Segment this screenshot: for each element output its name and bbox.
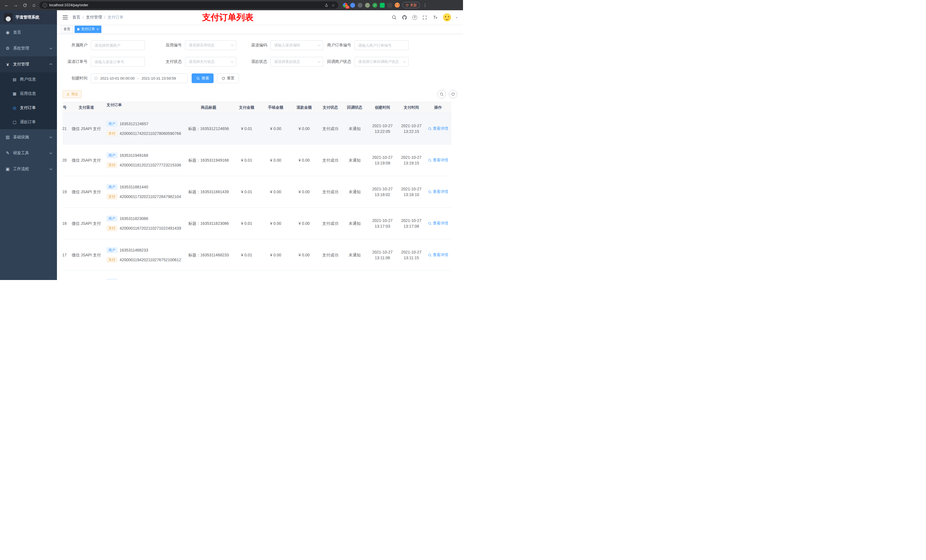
col-header-status: 支付状态 xyxy=(318,102,342,113)
pay-tag: 支付 xyxy=(106,225,117,231)
app-id-select[interactable]: 请选择应用信息 xyxy=(185,41,236,50)
pay-amount-cell: ¥ 0.01 xyxy=(232,145,262,176)
sidebar-item-system[interactable]: ⚙ 系统管理 xyxy=(0,41,57,56)
url-text: localhost:1024/pay/order xyxy=(49,3,88,7)
site-info-icon[interactable]: i xyxy=(43,3,47,8)
close-tab-icon[interactable]: × xyxy=(97,27,99,31)
extension-icon[interactable] xyxy=(350,3,355,8)
browser-home-icon[interactable]: ⌂ xyxy=(30,2,38,9)
col-header-pay-time: 支付时间 xyxy=(398,102,425,113)
sidebar-item-dev-tools[interactable]: ✎ 研发工具 xyxy=(0,145,57,161)
merchant-tag: 商户 xyxy=(106,184,117,190)
pay-time-cell: 2021-10-2713:19:15 xyxy=(398,145,425,176)
browser-profile-avatar[interactable] xyxy=(395,3,400,8)
date-end: 2021-10-31 23:59:59 xyxy=(142,76,176,80)
view-detail-link[interactable]: 查看详情 xyxy=(428,189,448,195)
breadcrumb-home[interactable]: 首页 xyxy=(72,15,80,20)
filter-label: 商户订单编号 xyxy=(323,43,354,48)
view-detail-link[interactable]: 查看详情 xyxy=(428,220,448,226)
browser-menu-icon[interactable]: ⋮ xyxy=(422,3,428,8)
bookmark-star-icon[interactable]: ☆ xyxy=(332,3,335,8)
sidebar-item-pay-order[interactable]: ◎ 支付订单 xyxy=(0,101,57,115)
extension-icon[interactable]: ✓ xyxy=(372,3,377,8)
search-toggle-button[interactable] xyxy=(437,90,446,98)
sidebar-item-home[interactable]: ◉ 首页 xyxy=(0,24,57,41)
top-header: 首页 / 支付管理 / 支付订单 支付订单列表 ? xyxy=(57,10,463,24)
channel-order-no-input[interactable] xyxy=(91,57,145,66)
active-dot-icon xyxy=(77,28,79,30)
channel-code-select[interactable]: 请输入渠道编码 xyxy=(271,41,323,50)
app-logo: 芋道管理系统 xyxy=(0,10,57,24)
sidebar-item-refund-order[interactable]: ▢ 退款订单 xyxy=(0,115,57,129)
collapse-menu-icon[interactable] xyxy=(63,15,68,20)
sidebar-item-payment[interactable]: ¥ 支付管理 xyxy=(0,56,57,72)
chevron-down-icon xyxy=(231,60,234,63)
share-icon[interactable] xyxy=(325,3,328,7)
extension-icon[interactable]: 10 xyxy=(343,3,348,8)
font-size-icon[interactable] xyxy=(433,15,438,20)
merchant-filter-input[interactable] xyxy=(91,41,145,50)
filter-label: 支付状态 xyxy=(145,59,185,64)
view-icon xyxy=(428,158,432,162)
github-icon[interactable] xyxy=(402,15,407,20)
tools-icon: ✎ xyxy=(5,151,10,155)
action-cell: 查看详情 xyxy=(425,176,451,207)
tabs-bar: 首页 支付订单 × xyxy=(57,24,463,34)
refund-status-select[interactable]: 请选择退款状态 xyxy=(271,57,323,66)
search-button[interactable]: 搜索 xyxy=(192,73,213,83)
avatar-caret-icon[interactable]: ▾ xyxy=(456,16,457,19)
pay-order-cell: 商户 1635311823086 支付 42000011672021102710… xyxy=(104,208,185,239)
extension-icon[interactable] xyxy=(380,3,385,8)
refund-amount-cell: ¥ 0.00 xyxy=(290,239,318,270)
sidebar-item-workflow[interactable]: ▣ 工作流程 xyxy=(0,161,57,177)
view-icon xyxy=(428,190,432,194)
user-avatar[interactable] xyxy=(443,14,451,21)
fullscreen-icon[interactable] xyxy=(422,15,428,20)
browser-extensions-area: 10 ✓ 更新 ⋮ xyxy=(343,2,428,8)
export-button[interactable]: 导出 xyxy=(63,90,82,98)
tab-pay-order[interactable]: 支付订单 × xyxy=(75,26,101,33)
pay-status-cell: 支付成功 xyxy=(318,176,342,207)
sidebar-item-infrastructure[interactable]: ▥ 基础设施 xyxy=(0,129,57,145)
pay-amount-cell: ¥ 0.01 xyxy=(232,239,262,270)
pay-order-cell: 商户 1635311949168 支付 42000011812021102777… xyxy=(104,145,185,176)
notify-status-cell xyxy=(342,271,367,280)
view-detail-link[interactable]: 查看详情 xyxy=(428,252,448,258)
browser-back-icon[interactable]: ← xyxy=(3,2,10,9)
merchant-order-no-input[interactable] xyxy=(354,41,409,50)
refund-amount-cell xyxy=(290,271,318,280)
filter-label: 渠道订单号 xyxy=(63,59,91,64)
page-content: 所属商户 应用编号 请选择应用信息 渠道编码 请输入渠道编码 商户订单编号 xyxy=(57,34,463,280)
browser-forward-icon[interactable]: → xyxy=(12,2,20,9)
fee-amount-cell xyxy=(262,271,290,280)
gear-icon: ⚙ xyxy=(5,46,10,51)
view-detail-link[interactable]: 查看详情 xyxy=(428,157,448,163)
chevron-down-icon xyxy=(50,47,52,50)
chevron-down-icon xyxy=(403,60,406,63)
sidebar-item-merchant-info[interactable]: ▤ 商户信息 xyxy=(0,72,57,86)
reset-button[interactable]: 重置 xyxy=(217,73,239,83)
pay-status-select[interactable]: 请选择支付状态 xyxy=(185,57,236,66)
create-time-range-picker[interactable]: 2021-10-01 00:00:00 - 2021-10-31 23:59:5… xyxy=(91,73,188,83)
search-icon[interactable] xyxy=(391,15,397,20)
breadcrumb-payment[interactable]: 支付管理 xyxy=(86,15,102,20)
address-bar[interactable]: i localhost:1024/pay/order ☆ xyxy=(39,2,338,9)
extension-icon[interactable] xyxy=(387,3,392,8)
order-id-cell: 18 xyxy=(63,208,69,239)
browser-reload-icon[interactable] xyxy=(21,2,29,9)
pay-order-cell: 商户 1635311957306 支付 xyxy=(104,271,185,280)
download-icon xyxy=(67,92,70,96)
help-icon[interactable]: ? xyxy=(412,15,417,20)
refresh-button[interactable] xyxy=(449,90,457,98)
browser-update-button[interactable]: 更新 xyxy=(402,2,420,8)
tab-home[interactable]: 首页 xyxy=(61,26,73,33)
extension-icon[interactable] xyxy=(365,3,370,8)
extension-icon[interactable] xyxy=(358,3,363,8)
pay-amount-cell xyxy=(232,271,262,280)
chevron-down-icon xyxy=(50,136,52,138)
pay-time-cell: 2021-10-2713:22:15 xyxy=(398,113,425,144)
notify-status-select[interactable]: 请选择订单回调商户状态 xyxy=(354,57,409,66)
table-row: 17 微信 JSAPI 支付 商户 1635311468233 支付 42000… xyxy=(63,239,451,271)
sidebar-item-app-info[interactable]: ▦ 应用信息 xyxy=(0,86,57,101)
view-detail-link[interactable]: 查看详情 xyxy=(428,126,448,131)
